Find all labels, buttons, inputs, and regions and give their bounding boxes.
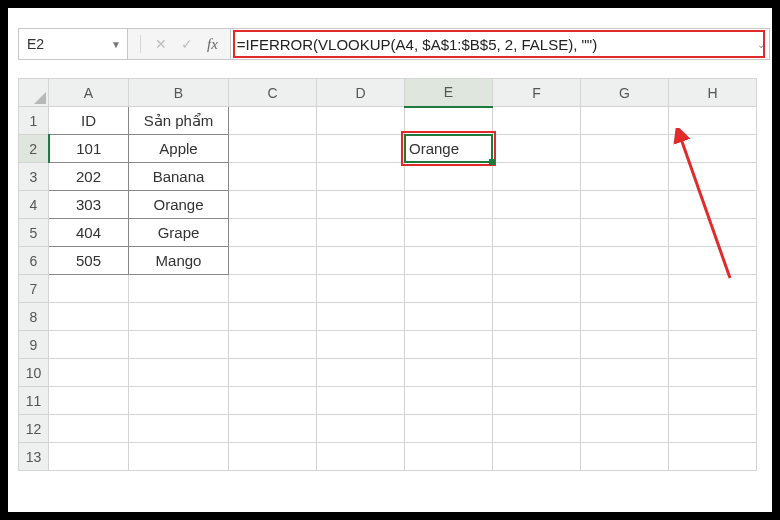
cell-E7[interactable] — [405, 275, 493, 303]
cell-H4[interactable] — [669, 191, 757, 219]
row-header-11[interactable]: 11 — [19, 387, 49, 415]
fx-icon[interactable]: fx — [207, 36, 218, 53]
cell-B11[interactable] — [129, 387, 229, 415]
cell-E5[interactable] — [405, 219, 493, 247]
cell-H13[interactable] — [669, 443, 757, 471]
cell-B7[interactable] — [129, 275, 229, 303]
row-header-6[interactable]: 6 — [19, 247, 49, 275]
cell-H12[interactable] — [669, 415, 757, 443]
row-header-5[interactable]: 5 — [19, 219, 49, 247]
cell-G13[interactable] — [581, 443, 669, 471]
cell-H9[interactable] — [669, 331, 757, 359]
cell-E8[interactable] — [405, 303, 493, 331]
cell-H10[interactable] — [669, 359, 757, 387]
cell-H11[interactable] — [669, 387, 757, 415]
cell-F4[interactable] — [493, 191, 581, 219]
cell-B4[interactable]: Orange — [129, 191, 229, 219]
cell-F11[interactable] — [493, 387, 581, 415]
cell-C12[interactable] — [229, 415, 317, 443]
cell-A12[interactable] — [49, 415, 129, 443]
cell-D8[interactable] — [317, 303, 405, 331]
cell-E4[interactable] — [405, 191, 493, 219]
cell-A2[interactable]: 101 — [49, 135, 129, 163]
cell-C2[interactable] — [229, 135, 317, 163]
enter-icon[interactable]: ✓ — [181, 36, 193, 52]
row-header-1[interactable]: 1 — [19, 107, 49, 135]
cell-E2[interactable]: Orange — [405, 135, 493, 163]
row-header-2[interactable]: 2 — [19, 135, 49, 163]
cell-D11[interactable] — [317, 387, 405, 415]
col-header-E[interactable]: E — [405, 79, 493, 107]
cell-E10[interactable] — [405, 359, 493, 387]
name-box[interactable]: E2 ▼ — [18, 29, 128, 59]
cell-A10[interactable] — [49, 359, 129, 387]
cell-C4[interactable] — [229, 191, 317, 219]
row-header-13[interactable]: 13 — [19, 443, 49, 471]
cell-C10[interactable] — [229, 359, 317, 387]
cell-G5[interactable] — [581, 219, 669, 247]
cell-A3[interactable]: 202 — [49, 163, 129, 191]
cell-G10[interactable] — [581, 359, 669, 387]
chevron-down-icon[interactable]: ▼ — [111, 39, 121, 50]
cell-F9[interactable] — [493, 331, 581, 359]
row-header-10[interactable]: 10 — [19, 359, 49, 387]
col-header-H[interactable]: H — [669, 79, 757, 107]
cell-D12[interactable] — [317, 415, 405, 443]
cell-D4[interactable] — [317, 191, 405, 219]
cell-G11[interactable] — [581, 387, 669, 415]
cell-G1[interactable] — [581, 107, 669, 135]
cell-F1[interactable] — [493, 107, 581, 135]
cell-B5[interactable]: Grape — [129, 219, 229, 247]
cell-E12[interactable] — [405, 415, 493, 443]
cell-G2[interactable] — [581, 135, 669, 163]
row-header-4[interactable]: 4 — [19, 191, 49, 219]
row-header-7[interactable]: 7 — [19, 275, 49, 303]
cell-D10[interactable] — [317, 359, 405, 387]
col-header-A[interactable]: A — [49, 79, 129, 107]
row-header-8[interactable]: 8 — [19, 303, 49, 331]
cell-A9[interactable] — [49, 331, 129, 359]
cell-D1[interactable] — [317, 107, 405, 135]
cell-F12[interactable] — [493, 415, 581, 443]
col-header-G[interactable]: G — [581, 79, 669, 107]
cancel-icon[interactable]: ✕ — [155, 36, 167, 52]
cell-F8[interactable] — [493, 303, 581, 331]
cell-C7[interactable] — [229, 275, 317, 303]
cell-B10[interactable] — [129, 359, 229, 387]
cell-F3[interactable] — [493, 163, 581, 191]
cell-D6[interactable] — [317, 247, 405, 275]
cell-A4[interactable]: 303 — [49, 191, 129, 219]
cell-G8[interactable] — [581, 303, 669, 331]
cell-D3[interactable] — [317, 163, 405, 191]
cell-D9[interactable] — [317, 331, 405, 359]
cell-A7[interactable] — [49, 275, 129, 303]
cell-G9[interactable] — [581, 331, 669, 359]
cell-A5[interactable]: 404 — [49, 219, 129, 247]
cell-D7[interactable] — [317, 275, 405, 303]
row-header-12[interactable]: 12 — [19, 415, 49, 443]
cell-G7[interactable] — [581, 275, 669, 303]
cell-C13[interactable] — [229, 443, 317, 471]
cell-G4[interactable] — [581, 191, 669, 219]
cell-F2[interactable] — [493, 135, 581, 163]
expand-formula-icon[interactable]: ⌄ — [757, 39, 765, 50]
select-all-corner[interactable] — [19, 79, 49, 107]
cell-H1[interactable] — [669, 107, 757, 135]
col-header-B[interactable]: B — [129, 79, 229, 107]
cell-A6[interactable]: 505 — [49, 247, 129, 275]
cell-F6[interactable] — [493, 247, 581, 275]
cell-B1[interactable]: Sản phẩm — [129, 107, 229, 135]
cell-C5[interactable] — [229, 219, 317, 247]
cell-E3[interactable] — [405, 163, 493, 191]
cell-B9[interactable] — [129, 331, 229, 359]
cell-E6[interactable] — [405, 247, 493, 275]
col-header-F[interactable]: F — [493, 79, 581, 107]
formula-input[interactable]: =IFERROR(VLOOKUP(A4, $A$1:$B$5, 2, FALSE… — [231, 29, 769, 59]
cell-C8[interactable] — [229, 303, 317, 331]
cell-G12[interactable] — [581, 415, 669, 443]
cell-H5[interactable] — [669, 219, 757, 247]
cell-B6[interactable]: Mango — [129, 247, 229, 275]
cell-E13[interactable] — [405, 443, 493, 471]
cell-F10[interactable] — [493, 359, 581, 387]
cell-H8[interactable] — [669, 303, 757, 331]
